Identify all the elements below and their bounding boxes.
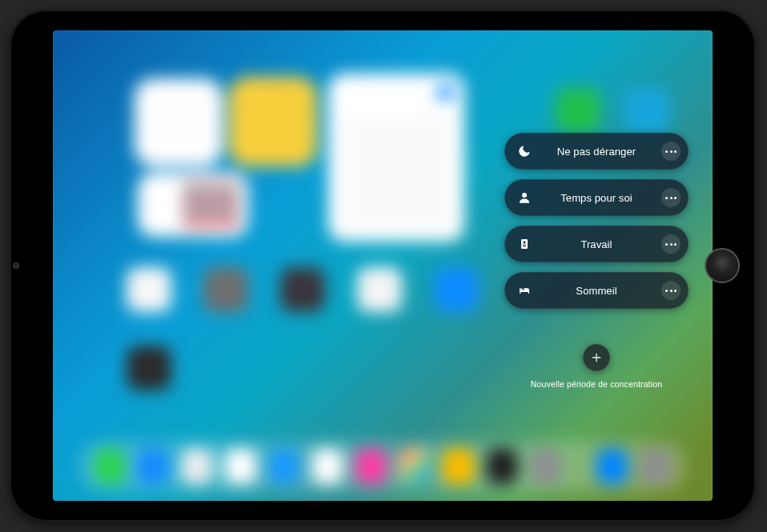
- focus-item-more-button[interactable]: [661, 234, 681, 254]
- blurred-widget-notes: [229, 77, 317, 166]
- dock-separator: [578, 450, 579, 482]
- svg-point-0: [522, 193, 527, 198]
- blurred-app-icon: [126, 346, 171, 390]
- focus-item-more-button[interactable]: [661, 281, 681, 300]
- focus-item-personal[interactable]: Temps pour soi: [504, 179, 689, 216]
- blurred-widget-reminders: [328, 74, 464, 242]
- dock-app-icon: [182, 449, 212, 484]
- blurred-app-icon: [556, 88, 600, 133]
- plus-icon: [590, 351, 603, 364]
- new-focus-label: Nouvelle période de concentration: [531, 379, 662, 389]
- ipad-screen: Ne pas déranger Temps pour soi Travail: [53, 30, 713, 501]
- bed-icon: [516, 282, 533, 299]
- dock-recent-app-icon: [641, 449, 671, 484]
- svg-point-2: [524, 242, 526, 244]
- home-button[interactable]: [705, 248, 740, 283]
- focus-item-sleep[interactable]: Sommeil: [504, 272, 689, 309]
- blurred-app-icon: [624, 88, 669, 133]
- front-camera-dot: [10, 259, 22, 272]
- dock-app-icon: [530, 449, 560, 484]
- blurred-app-row: [126, 267, 479, 312]
- svg-rect-4: [523, 246, 527, 247]
- moon-icon: [516, 142, 533, 160]
- blurred-app-row-2: [126, 346, 171, 390]
- focus-mode-panel: Ne pas déranger Temps pour soi Travail: [504, 133, 689, 389]
- dock-app-icon: [355, 449, 386, 484]
- dock: [80, 442, 685, 491]
- dock-recent-app-icon: [596, 449, 627, 484]
- blurred-app-icon: [280, 267, 325, 312]
- blurred-app-icon: [434, 267, 479, 312]
- svg-rect-1: [521, 239, 528, 249]
- dock-app-icon: [138, 449, 168, 484]
- dock-app-icon: [225, 449, 255, 484]
- dock-app-icon: [400, 449, 430, 484]
- badge-icon: [516, 235, 533, 253]
- svg-rect-3: [523, 245, 527, 246]
- dock-app-icon: [312, 449, 343, 484]
- dock-app-icon: [487, 449, 517, 484]
- blurred-widget-clock: [135, 78, 223, 166]
- focus-item-work[interactable]: Travail: [504, 226, 689, 262]
- focus-item-more-button[interactable]: [661, 188, 681, 207]
- blurred-app-icon: [203, 267, 248, 312]
- blurred-widget-calendar: [138, 173, 248, 237]
- person-icon: [516, 189, 533, 206]
- blurred-app-icon: [357, 267, 402, 312]
- focus-item-more-button[interactable]: [661, 142, 681, 161]
- dock-app-icon: [94, 449, 125, 484]
- ipad-device-frame: Ne pas déranger Temps pour soi Travail: [10, 10, 756, 522]
- dock-app-icon: [443, 449, 473, 484]
- focus-item-do-not-disturb[interactable]: Ne pas déranger: [504, 133, 689, 170]
- new-focus-button[interactable]: [583, 344, 610, 371]
- dock-app-icon: [269, 449, 299, 484]
- new-focus-section: Nouvelle période de concentration: [504, 344, 689, 389]
- svg-point-5: [521, 289, 523, 290]
- blurred-app-icon: [126, 267, 171, 312]
